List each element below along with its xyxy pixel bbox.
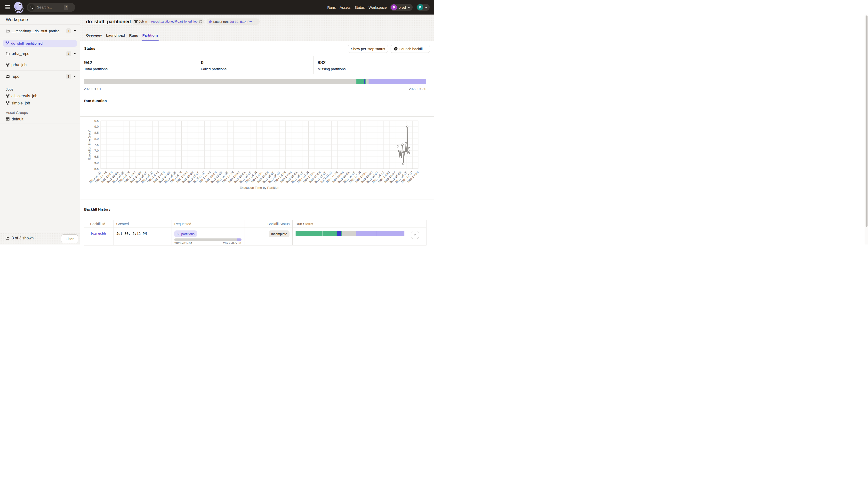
- svg-text:9.5: 9.5: [94, 119, 99, 123]
- svg-text:9.0: 9.0: [94, 125, 99, 128]
- svg-text:8.5: 8.5: [94, 131, 99, 134]
- svg-text:6.5: 6.5: [94, 155, 99, 159]
- svg-text:8.0: 8.0: [94, 137, 99, 140]
- svg-text:6.0: 6.0: [94, 161, 99, 165]
- svg-text:Execution time (secs): Execution time (secs): [88, 130, 91, 160]
- svg-text:7.5: 7.5: [94, 143, 99, 146]
- svg-text:5.5: 5.5: [94, 167, 99, 171]
- svg-text:7.0: 7.0: [94, 149, 99, 153]
- svg-text:Execution Time by Partition: Execution Time by Partition: [240, 186, 279, 190]
